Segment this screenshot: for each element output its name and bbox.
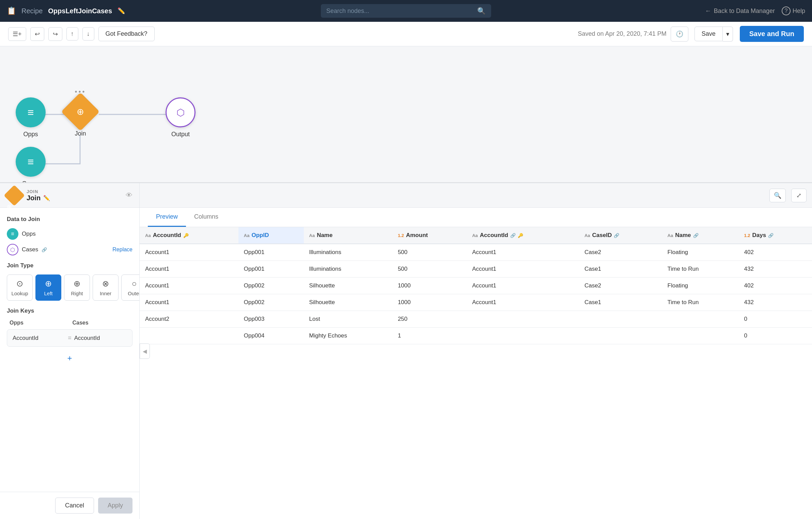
edit-name-icon[interactable]: ✏️ <box>118 7 125 15</box>
table-cell: Account1 <box>140 294 238 311</box>
table-cell: Opp002 <box>238 294 304 311</box>
table-cell: Illuminations <box>304 261 392 278</box>
col-name-1: Aa Name <box>304 227 392 244</box>
table-cell <box>140 328 238 344</box>
join-type-outer[interactable]: ○ Outer <box>121 274 139 301</box>
join-type-right[interactable]: ⊕ Right <box>64 274 90 301</box>
join-type-lookup[interactable]: ⊙ Lookup <box>7 274 33 301</box>
node-join[interactable]: ••• ⊕ Join <box>65 97 95 137</box>
save-dropdown-button[interactable]: ▾ <box>723 27 733 42</box>
table-cell: 432 <box>739 294 812 311</box>
col-caseid: Aa CaseID 🔗 <box>579 227 662 244</box>
node-output[interactable]: ⬡ Output <box>166 97 196 138</box>
table-cell: Floating <box>662 278 739 294</box>
join-diamond-small <box>4 185 25 206</box>
search-icon: 🔍 <box>477 7 486 15</box>
feedback-button[interactable]: Got Feedback? <box>98 27 155 41</box>
join-type-inner[interactable]: ⊗ Inner <box>93 274 119 301</box>
save-button[interactable]: Save <box>694 27 723 41</box>
canvas-area[interactable]: ≡ Opps ••• ⊕ Join ⬡ Output ≡ <box>0 46 812 183</box>
upload-button[interactable]: ↑ <box>66 27 78 41</box>
key-icon-2: 🔑 <box>518 233 523 238</box>
cases-name: Cases <box>22 246 38 253</box>
tab-columns[interactable]: Columns <box>186 208 227 227</box>
table-cell: 1 <box>392 328 467 344</box>
edit-join-name-icon[interactable]: ✏️ <box>43 195 50 201</box>
history-button[interactable]: 🕐 <box>671 27 688 42</box>
text-type-icon-5: Aa <box>584 233 590 238</box>
save-status: Saved on Apr 20, 2020, 7:41 PM <box>578 30 667 37</box>
left-panel-body: Data to Join ≡ Opps ⬡ Cases 🔗 Replace <box>0 208 139 492</box>
table-cell: Lost <box>304 311 392 328</box>
panel-collapse-button[interactable]: ◀ <box>140 344 150 359</box>
table-cell: Opp002 <box>238 278 304 294</box>
join-diamond-header: ⊕ <box>7 188 22 203</box>
join-type-left[interactable]: ⊕ Left <box>35 274 61 301</box>
opps-icon: ≡ <box>7 228 18 240</box>
col-name-2: Aa Name 🔗 <box>662 227 739 244</box>
table-body: Account1Opp001Illuminations500Account1Ca… <box>140 244 812 344</box>
table-cell: Case2 <box>579 244 662 261</box>
table-cell: 0 <box>739 311 812 328</box>
zoom-in-button[interactable]: 🔍 <box>769 189 786 202</box>
table-cell: 0 <box>739 328 812 344</box>
undo-button[interactable]: ↩ <box>30 27 44 41</box>
output-label: Output <box>171 131 190 138</box>
table-cell <box>662 328 739 344</box>
table-cell: 500 <box>392 261 467 278</box>
download-button[interactable]: ↓ <box>82 27 94 41</box>
num-type-icon-1: 1.2 <box>398 233 404 238</box>
left-panel-footer: Cancel Apply <box>0 492 139 519</box>
replace-link[interactable]: Replace <box>112 247 132 253</box>
search-input[interactable] <box>326 7 477 15</box>
add-icon: ☰+ <box>13 30 22 38</box>
search-bar[interactable]: 🔍 <box>321 4 491 18</box>
table-cell: 402 <box>739 278 812 294</box>
table-cell: Opp001 <box>238 261 304 278</box>
link-icon-3: 🔗 <box>693 233 699 238</box>
text-type-icon-2: Aa <box>244 233 250 238</box>
node-cases[interactable]: ≡ Cases <box>16 147 46 183</box>
join-symbol: ⊕ <box>77 107 84 117</box>
table-cell: Mighty Echoes <box>304 328 392 344</box>
table-row: Opp004Mighty Echoes10 <box>140 328 812 344</box>
join-type-section: Join Type ⊙ Lookup ⊕ Left ⊕ Right <box>7 262 132 301</box>
join-keys-header: Opps Cases <box>7 320 132 326</box>
expand-button[interactable]: ⤢ <box>791 189 807 202</box>
save-and-run-button[interactable]: Save and Run <box>740 26 804 42</box>
tab-preview[interactable]: Preview <box>148 208 186 227</box>
preview-table-wrap[interactable]: Aa AccountId 🔑 Aa OppID <box>140 227 812 519</box>
database-icon: ≡ <box>28 106 34 119</box>
output-symbol: ⬡ <box>176 107 185 118</box>
download-icon: ↓ <box>87 30 90 37</box>
table-cell: 1000 <box>392 278 467 294</box>
redo-button[interactable]: ↪ <box>48 27 62 41</box>
apply-button[interactable]: Apply <box>98 498 132 514</box>
eq-sign: = <box>68 334 72 342</box>
panel-eye-icon[interactable]: 👁 <box>126 191 132 199</box>
canvas-connections <box>0 46 812 182</box>
table-cell <box>579 311 662 328</box>
redo-icon: ↪ <box>53 30 58 38</box>
table-cell: Time to Run <box>662 294 739 311</box>
add-node-button[interactable]: ☰+ <box>8 27 26 41</box>
node-opps[interactable]: ≡ Opps <box>16 97 46 138</box>
table-cell: Account1 <box>467 294 579 311</box>
question-icon: ? <box>782 6 791 15</box>
table-cell <box>662 311 739 328</box>
help-button[interactable]: ? Help <box>782 6 805 15</box>
add-key-button[interactable]: + <box>7 350 132 366</box>
cancel-button[interactable]: Cancel <box>55 498 94 514</box>
table-cell: Opp001 <box>238 244 304 261</box>
table-cell: Opp003 <box>238 311 304 328</box>
join-name: Join ✏️ <box>27 194 50 202</box>
preview-table: Aa AccountId 🔑 Aa OppID <box>140 227 812 344</box>
data-item-cases: ⬡ Cases 🔗 Replace <box>7 244 132 255</box>
col-days: 1.2 Days 🔗 <box>739 227 812 244</box>
left-panel-header: ⊕ JOIN Join ✏️ 👁 <box>0 183 139 208</box>
table-row: Account2Opp003Lost2500 <box>140 311 812 328</box>
link-icon-2: 🔗 <box>614 233 619 238</box>
back-to-data-manager[interactable]: ← Back to Data Manager <box>705 7 775 15</box>
table-header: Aa AccountId 🔑 Aa OppID <box>140 227 812 244</box>
right-panel: 🔍 ⤢ Preview Columns Aa Account <box>140 183 812 519</box>
